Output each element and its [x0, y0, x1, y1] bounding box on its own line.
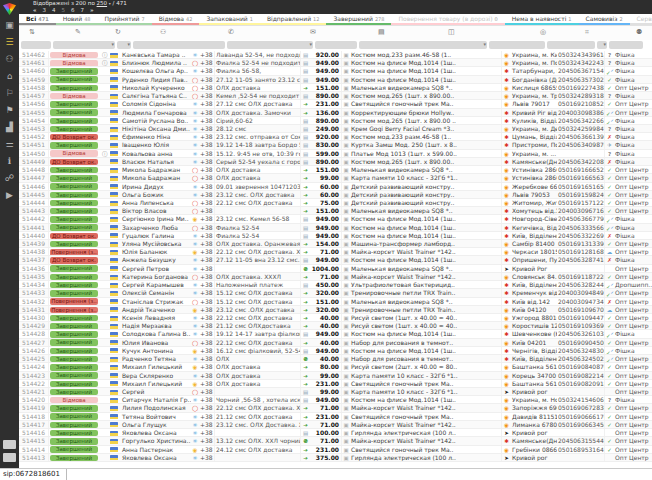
table-row[interactable]: 514419 Завершений ⓘ Лилия Подолинская ◯ …	[19, 404, 652, 412]
table-row[interactable]: 514430 Завершений ⓘ Ксенія Левадняя ✳ +3…	[19, 314, 652, 322]
table-row[interactable]: 514446 Завершений ⓘ Ирина Дидух ✳ +38 09…	[19, 183, 652, 191]
table-row[interactable]: 514432 Повернення (з.. ⓘ Станіслав Стриж…	[19, 298, 652, 306]
page-size-caret-icon[interactable]: ▾	[109, 1, 111, 6]
orders-icon[interactable]: ☰	[5, 38, 13, 47]
warehouse-icon[interactable]: ⌂	[7, 72, 13, 81]
products-icon[interactable]: ◫	[448, 28, 455, 36]
table-row[interactable]: 514462 Відмова ⓘ Канєвська Тамара .. ✳ +…	[19, 51, 652, 59]
status-tab[interactable]: Новий48	[56, 14, 98, 25]
table-row[interactable]: 514426 Завершений ⓘ Кучук Антонина ◉ +38…	[19, 347, 652, 355]
table-row[interactable]: 514453 Завершений ⓘ Нікітіна Оксана Дми.…	[19, 125, 652, 133]
info-icon[interactable]: ⓘ	[102, 52, 108, 58]
status-tab[interactable]: Повернення товару (в дорозі)0	[391, 14, 504, 25]
table-row[interactable]: 514461 Відмова ⓘ Близнюк Людмила .. ◯ +3…	[19, 59, 652, 67]
sidebar-widget-icon[interactable]	[3, 440, 16, 449]
table-row[interactable]: 514420 Відмова ⓘ Ситарчук Наталія Гр.. ✳…	[19, 396, 652, 404]
table-row[interactable]: 514447 Завершений ⓘ Микола Бадражан ◯ +3…	[19, 174, 652, 182]
info-icon[interactable]: ⓘ	[102, 60, 108, 66]
table-row[interactable]: 514457 Відмова ⓘ Салєгіна Татьяна С.. ◯ …	[19, 92, 652, 100]
table-row[interactable]: 514451 Завершений ⓘ Іващенко Юлія ✳ +38 …	[19, 141, 652, 149]
page-number-button[interactable]: 4	[52, 7, 56, 14]
sidebar-chat-icon[interactable]	[3, 453, 16, 462]
table-row[interactable]: 514448 Завершений ⓘ Микола Бадражан ◯ +3…	[19, 166, 652, 174]
table-row[interactable]: 514429 Завершений ⓘ Надія Мерзаєва ✳ +38…	[19, 322, 652, 330]
table-row[interactable]: 514442 Завершений ⓘ Сергіюнко Ірина Ми..…	[19, 215, 652, 223]
table-row[interactable]: 514439 Завершений ⓘ Уляна Мусійовська ✳ …	[19, 240, 652, 248]
status-tab[interactable]: Сервіси0	[630, 14, 652, 25]
shown-range[interactable]: Відображені з 200 по 250 ▾ / 471	[33, 0, 127, 7]
status-tab[interactable]: Відправлений12	[260, 14, 327, 25]
table-row[interactable]: 514424 Завершений ⓘ Михаил Гилецький ◉ +…	[19, 363, 652, 371]
table-row[interactable]: 514455 Завершений ⓘ Людмила Гончарова ✳ …	[19, 109, 652, 117]
phone-icon[interactable]: ✆	[228, 28, 234, 36]
info-icon[interactable]: ⓘ	[102, 151, 108, 157]
table-row[interactable]: 514434 Завершений ⓘ Сергей Карамышев ✳ +…	[19, 281, 652, 289]
table-row[interactable]: 514422 Завершений ⓘ Михаил Гилецький ◉ +…	[19, 380, 652, 388]
status-tab[interactable]: Відмова42	[152, 14, 200, 25]
status-tab[interactable]: Нема в наявності1	[505, 14, 579, 25]
location-icon[interactable]: ◎	[540, 28, 546, 36]
status-tab[interactable]: Запакований1	[199, 14, 260, 25]
comment-icon[interactable]: ✉	[310, 28, 316, 36]
table-row[interactable]: 514454 Завершений ⓘ Самотій Руслана Во..…	[19, 117, 652, 125]
table-row[interactable]: 514436 Завершений ⓘ Сергей Петров ✳ +38 …	[19, 265, 652, 273]
filter-product-select[interactable]	[359, 41, 487, 49]
filter-id-input[interactable]	[21, 41, 51, 49]
table-row[interactable]: 514445 Завершений ⓘ Ольга Божик ✳ +38 23…	[19, 191, 652, 199]
refresh-icon[interactable]: ↻	[115, 28, 121, 36]
payment-icon[interactable]: ▤	[378, 28, 385, 36]
page-number-button[interactable]: 7	[81, 7, 85, 14]
table-row[interactable]: 514414 Завершений ⓘ Анна Пастернак ◉ +38…	[19, 446, 652, 454]
table-row[interactable]: 514456 Завершений ⓘ Соломія Сідоніна ✳ +…	[19, 100, 652, 108]
table-row[interactable]: 514452 ДО Возврат ок. ⓘ Єфименко Ніна ✳ …	[19, 133, 652, 141]
filter-client-input[interactable]	[133, 41, 225, 49]
funnel-icon[interactable]: ⚑	[5, 106, 13, 115]
filter-price-input[interactable]	[315, 41, 357, 49]
table-row[interactable]: 514417 Завершений ⓘ Ольга Глущук ✳ +38 2…	[19, 421, 652, 429]
filter-country-select[interactable]	[117, 41, 131, 49]
table-row[interactable]: 514415 Завершений ⓘ Горгулько Христина..…	[19, 437, 652, 445]
table-row[interactable]: 514435 Завершений ⓘ Катерина Богданова ◯…	[19, 273, 652, 281]
table-row[interactable]: 514450 Відмова ⓘ Ковальова анна ✳ +38 15…	[19, 150, 652, 158]
edit-icon[interactable]: ✎	[75, 28, 81, 36]
table-row[interactable]: 514438 Повернення (з.. ⓘ Юлія Баланюк ◉ …	[19, 248, 652, 256]
table-row[interactable]: 514458 Завершений ⓘ Николай Кучеренко ◯ …	[19, 84, 652, 92]
table-row[interactable]: 514460 Завершений ⓘ Кошелєва Ольга Ар.. …	[19, 67, 652, 75]
table-row[interactable]: 514421 Завершений ⓘ Сергей ◯ +38 ▤ 99.00…	[19, 388, 652, 396]
table-row[interactable]: 514441 Завершений ⓘ Захарченко Люба ◯ +3…	[19, 224, 652, 232]
shown-to[interactable]: 250	[97, 0, 108, 6]
table-row[interactable]: 514443 Завершений ⓘ Віктор Власов ◯ +38 …	[19, 207, 652, 215]
filter-source-input[interactable]	[609, 41, 643, 49]
table-row[interactable]: 514427 Завершений ⓘ Юлия Иванова ◯ +38 2…	[19, 339, 652, 347]
table-row[interactable]: 514444 Завершений ⓘ Анна Липенська ◯ +38…	[19, 199, 652, 207]
table-row[interactable]: 514433 Завершений ⓘ Олексій Семанін ✳ +3…	[19, 289, 652, 297]
status-tab[interactable]: Всі471	[19, 14, 56, 25]
status-tab[interactable]: Завершений278	[326, 14, 391, 25]
page-number-button[interactable]: 5	[62, 7, 66, 14]
video-icon[interactable]: ▶	[6, 191, 13, 200]
page-number-button[interactable]: 3	[43, 7, 47, 14]
manager-icon[interactable]: ⚉	[636, 28, 642, 36]
dashboard-icon[interactable]: ▣	[5, 21, 14, 30]
filter-tracking-input[interactable]	[547, 41, 595, 49]
partners-icon[interactable]: ☍	[5, 174, 14, 183]
tracking-icon[interactable]: ⌗	[585, 28, 589, 36]
filter-comment-input[interactable]	[227, 41, 313, 49]
info-icon[interactable]: ℹ	[8, 157, 11, 166]
table-row[interactable]: 514423 Завершений ⓘ Вера Скляренко ✳ +38…	[19, 372, 652, 380]
status-tab[interactable]: Самовивіз2	[579, 14, 630, 25]
filter-city-input[interactable]	[489, 41, 545, 49]
table-row[interactable]: 514440 ДО Возврат ок. ⓘ Гуцалюк Галина ✳…	[19, 232, 652, 240]
table-row[interactable]: 514428 Завершений ⓘ Солодкова Галина В..…	[19, 330, 652, 338]
table-row[interactable]: 514437 ДО Возврат ок. ⓘ Анжела Безушку ✳…	[19, 256, 652, 264]
filter-status-select[interactable]	[53, 41, 115, 49]
last-page-button[interactable]: »	[90, 7, 94, 14]
table-row[interactable]: 514425 Завершений ⓘ Радченко Тетяна ✳ +3…	[19, 355, 652, 363]
settings-icon[interactable]: ⚌	[5, 140, 13, 149]
sort-icon[interactable]: ⇅	[29, 28, 35, 36]
table-row[interactable]: 514449 ДО Возврат ок. ⓘ Власюк Наталья ✳…	[19, 158, 652, 166]
table-row[interactable]: 514459 Завершений ⓘ Руденко Лидия Пав.. …	[19, 76, 652, 84]
filter-mark-select[interactable]	[597, 41, 607, 49]
client-icon[interactable]: ⚇	[160, 28, 166, 36]
purchases-icon[interactable]: ⚐	[5, 89, 13, 98]
